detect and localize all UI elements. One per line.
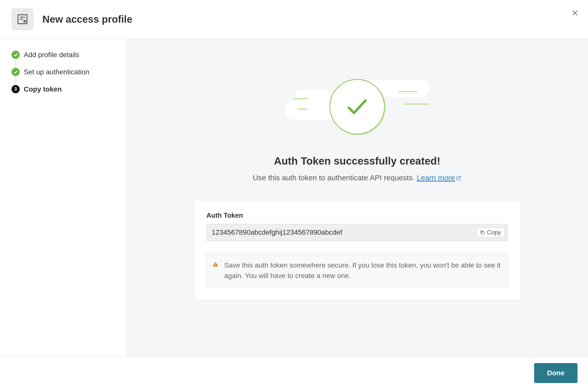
success-heading: Auth Token successfully created!: [274, 155, 441, 167]
page-title: New access profile: [42, 14, 132, 25]
footer: Done: [0, 357, 588, 389]
step-add-profile-details[interactable]: Add profile details: [11, 51, 115, 59]
warning-box: Save this auth token somewhere secure. I…: [206, 253, 508, 288]
learn-more-link[interactable]: Learn more: [417, 174, 461, 182]
success-illustration: [285, 79, 430, 135]
svg-point-3: [23, 20, 26, 22]
check-icon: [11, 51, 20, 59]
step-connector: [15, 76, 16, 85]
svg-rect-6: [482, 232, 484, 234]
done-button[interactable]: Done: [534, 363, 578, 383]
svg-rect-7: [215, 263, 216, 265]
success-check-icon: [329, 79, 385, 134]
check-icon: [11, 68, 20, 76]
copy-icon: [480, 230, 485, 235]
copy-button[interactable]: Copy: [476, 227, 505, 238]
step-setup-authentication[interactable]: Set up authentication: [11, 68, 115, 76]
step-copy-token[interactable]: 3 Copy token: [11, 85, 115, 93]
token-value[interactable]: 1234567890abcdefghij1234567890abcdef: [212, 228, 476, 236]
warning-text: Save this auth token somewhere secure. I…: [224, 260, 502, 281]
step-label: Set up authentication: [24, 68, 89, 76]
external-link-icon: [456, 174, 461, 183]
profile-settings-icon: [11, 8, 33, 30]
content-area: Auth Token successfully created! Use thi…: [126, 39, 588, 357]
token-field: 1234567890abcdefghij1234567890abcdef Cop…: [206, 224, 508, 241]
token-card: Auth Token 1234567890abcdefghij123456789…: [194, 200, 521, 300]
token-label: Auth Token: [206, 212, 508, 219]
steps-sidebar: Add profile details Set up authenticatio…: [0, 39, 126, 357]
step-number-icon: 3: [11, 85, 20, 93]
page-header: New access profile: [0, 0, 588, 39]
step-connector: [15, 59, 16, 68]
svg-rect-8: [215, 265, 216, 266]
step-label: Copy token: [24, 85, 62, 93]
warning-icon: [212, 261, 219, 269]
step-label: Add profile details: [24, 51, 79, 59]
close-icon: [572, 9, 579, 16]
close-button[interactable]: [570, 8, 580, 18]
success-subtext: Use this auth token to authenticate API …: [253, 174, 462, 183]
